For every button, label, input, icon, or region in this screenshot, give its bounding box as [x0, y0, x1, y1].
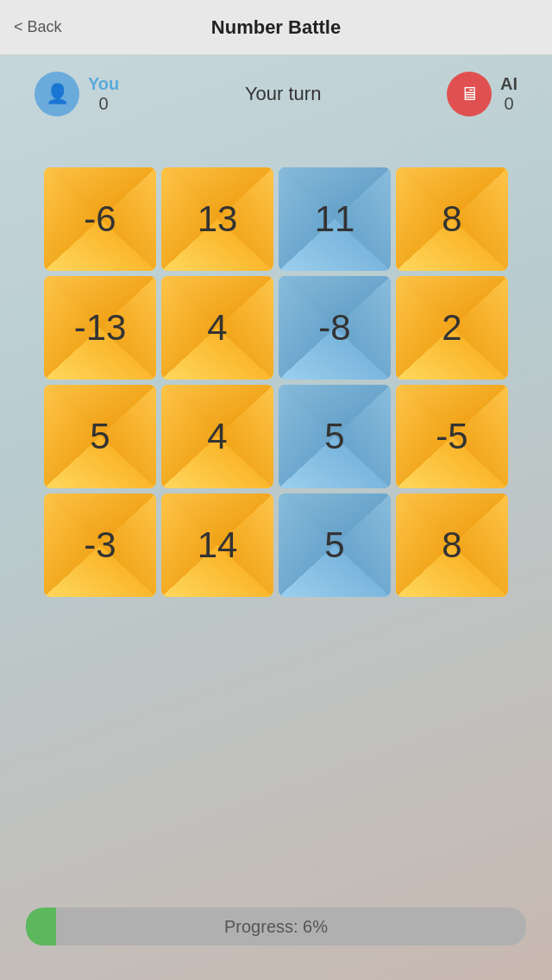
game-grid: -613118-134-82545-5-31458: [44, 167, 508, 597]
progress-label: Progress: 6%: [224, 917, 328, 937]
grid-cell-11[interactable]: -5: [396, 385, 508, 488]
cell-value-1: 13: [198, 198, 238, 240]
grid-cell-13[interactable]: 14: [161, 493, 273, 597]
nav-bar: < Back Number Battle: [0, 0, 552, 55]
player1-details: You 0: [88, 74, 119, 114]
cell-value-14: 5: [324, 525, 344, 566]
grid-cell-7[interactable]: 2: [396, 276, 508, 380]
cell-value-15: 8: [442, 525, 461, 566]
score-area: 👤 You 0 Your turn 🖥 AI 0: [0, 55, 552, 133]
player1-avatar-icon: 👤: [46, 83, 69, 105]
grid-cell-0[interactable]: -6: [44, 167, 156, 271]
player2-details: AI 0: [500, 74, 518, 114]
page-title: Number Battle: [211, 16, 341, 39]
cell-value-7: 2: [442, 307, 461, 349]
player1-name: You: [88, 74, 119, 94]
cell-value-0: -6: [84, 198, 116, 240]
player2-name: AI: [500, 74, 518, 94]
grid-cell-2[interactable]: 11: [279, 167, 391, 271]
progress-bar-container: Progress: 6%: [26, 908, 526, 945]
cell-value-12: -3: [84, 525, 116, 566]
cell-value-3: 8: [442, 198, 461, 240]
cell-value-2: 11: [315, 198, 355, 240]
grid-cell-15[interactable]: 8: [396, 493, 508, 597]
player2-avatar: 🖥: [447, 72, 492, 116]
cell-value-10: 5: [324, 416, 344, 457]
back-button[interactable]: < Back: [14, 18, 62, 36]
grid-cell-4[interactable]: -13: [44, 276, 156, 380]
cell-value-11: -5: [436, 416, 467, 457]
game-grid-container: -613118-134-82545-5-31458: [0, 150, 552, 614]
player1-score: 0: [88, 94, 119, 114]
player1-info: 👤 You 0: [34, 72, 119, 116]
progress-bar-fill: [26, 908, 56, 945]
player2-score: 0: [500, 94, 518, 114]
turn-indicator: Your turn: [245, 83, 321, 105]
grid-cell-14[interactable]: 5: [279, 493, 391, 597]
cell-value-5: 4: [207, 307, 227, 349]
cell-value-4: -13: [74, 307, 127, 349]
grid-cell-12[interactable]: -3: [44, 493, 156, 597]
player2-info: 🖥 AI 0: [447, 72, 518, 116]
cell-value-9: 4: [207, 416, 227, 457]
player1-avatar: 👤: [34, 72, 79, 116]
cell-value-8: 5: [90, 416, 110, 457]
grid-cell-5[interactable]: 4: [161, 276, 273, 380]
cell-value-13: 14: [198, 525, 238, 566]
grid-cell-8[interactable]: 5: [44, 385, 156, 488]
progress-area: Progress: 6%: [26, 908, 526, 945]
grid-cell-6[interactable]: -8: [279, 276, 391, 380]
grid-cell-10[interactable]: 5: [279, 385, 391, 488]
back-label: < Back: [14, 18, 62, 36]
cell-value-6: -8: [318, 307, 350, 349]
grid-cell-9[interactable]: 4: [161, 385, 273, 488]
grid-cell-1[interactable]: 13: [161, 167, 273, 271]
grid-cell-3[interactable]: 8: [396, 167, 508, 271]
player2-avatar-icon: 🖥: [460, 83, 479, 105]
